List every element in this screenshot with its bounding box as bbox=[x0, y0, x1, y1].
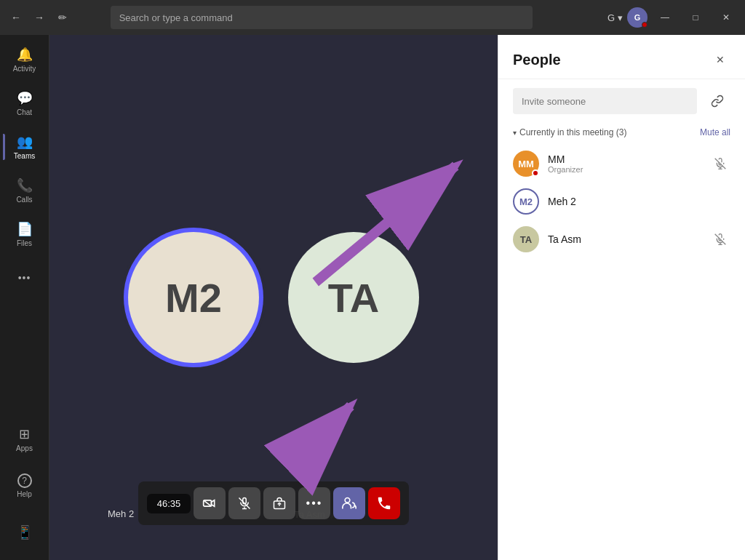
files-icon: 📄 bbox=[17, 221, 33, 237]
section-header: Currently in this meeting (3) Mute all bbox=[498, 123, 745, 142]
mute-button-mm[interactable] bbox=[710, 153, 730, 174]
title-bar: ← → ✏ Search or type a command G ▾ G — □… bbox=[0, 0, 745, 35]
mute-button-ta[interactable] bbox=[710, 229, 730, 249]
apps-icon: ⊞ bbox=[19, 426, 30, 442]
sidebar-label-teams: Teams bbox=[14, 152, 35, 160]
sidebar: 🔔 Activity 💬 Chat 👥 Teams 📞 Calls 📄 File… bbox=[0, 35, 49, 560]
copy-link-button[interactable] bbox=[704, 88, 730, 114]
person-avatar-mm: MM bbox=[513, 151, 539, 177]
person-avatar-m2-panel: M2 bbox=[513, 188, 539, 215]
help-icon: ? bbox=[17, 473, 32, 488]
section-label: Currently in this meeting (3) bbox=[513, 127, 626, 137]
mute-all-button[interactable]: Mute all bbox=[700, 127, 730, 137]
person-role-mm: Organizer bbox=[548, 165, 701, 174]
participant-avatar-m2: M2 bbox=[128, 232, 259, 363]
bottom-name-m2: Meh 2 bbox=[108, 508, 134, 520]
avatar[interactable]: G bbox=[627, 7, 648, 28]
invite-row bbox=[498, 79, 745, 123]
calls-icon: 📞 bbox=[17, 177, 33, 193]
minimize-button[interactable]: — bbox=[652, 4, 678, 31]
sidebar-item-chat[interactable]: 💬 Chat bbox=[3, 81, 47, 125]
sidebar-item-more[interactable]: ••• bbox=[3, 256, 47, 300]
person-info-m2: Meh 2 bbox=[548, 196, 730, 207]
user-initial: G bbox=[607, 12, 615, 23]
meeting-area: M2 TA Meh 2 Ta Asm 🎤 ••• 46:35 bbox=[49, 35, 498, 560]
call-timer: 46:35 bbox=[147, 494, 191, 513]
svg-line-1 bbox=[204, 500, 212, 506]
panel-title: People bbox=[513, 52, 561, 68]
activity-icon: 🔔 bbox=[17, 47, 33, 63]
sidebar-label-apps: Apps bbox=[16, 444, 33, 452]
search-placeholder: Search or type a command bbox=[119, 12, 233, 23]
person-row-mm[interactable]: MM MM Organizer bbox=[498, 145, 745, 183]
chat-icon: 💬 bbox=[17, 90, 33, 106]
person-info-ta: Ta Asm bbox=[548, 233, 701, 245]
status-dot bbox=[642, 22, 648, 28]
end-call-button[interactable] bbox=[368, 487, 400, 519]
sidebar-item-teams[interactable]: 👥 Teams bbox=[3, 125, 47, 169]
people-button[interactable] bbox=[333, 487, 365, 519]
sidebar-item-activity[interactable]: 🔔 Activity bbox=[3, 38, 47, 81]
more-icon: ••• bbox=[18, 272, 31, 284]
invite-input[interactable] bbox=[513, 88, 697, 114]
sidebar-item-files[interactable]: 📄 Files bbox=[3, 212, 47, 256]
sidebar-item-apps[interactable]: ⊞ Apps bbox=[3, 417, 47, 461]
panel-close-button[interactable]: ✕ bbox=[710, 49, 730, 70]
participant-tile-ta: TA bbox=[288, 232, 419, 363]
sidebar-item-device[interactable]: 📱 bbox=[3, 511, 47, 554]
status-dot-mm bbox=[532, 169, 539, 177]
call-controls: 46:35 bbox=[138, 481, 409, 525]
mic-button[interactable] bbox=[228, 487, 260, 519]
sidebar-bottom: ⊞ Apps ? Help 📱 bbox=[3, 417, 47, 560]
user-badge[interactable]: G ▾ bbox=[607, 12, 623, 23]
camera-button[interactable] bbox=[194, 487, 226, 519]
compose-button[interactable]: ✏ bbox=[52, 7, 73, 28]
back-button[interactable]: ← bbox=[6, 7, 26, 28]
people-list: MM MM Organizer bbox=[498, 142, 745, 560]
close-button[interactable]: ✕ bbox=[713, 4, 739, 31]
chevron-down-icon: ▾ bbox=[618, 12, 623, 23]
panel-header: People ✕ bbox=[498, 35, 745, 79]
search-bar[interactable]: Search or type a command bbox=[111, 6, 533, 29]
people-panel: People ✕ Currently in this meeting (3) M… bbox=[498, 35, 745, 560]
nav-buttons: ← → ✏ bbox=[6, 7, 73, 28]
person-name-m2: Meh 2 bbox=[548, 196, 730, 207]
person-name-mm: MM bbox=[548, 153, 701, 165]
person-info-mm: MM Organizer bbox=[548, 153, 701, 174]
person-name-ta: Ta Asm bbox=[548, 233, 701, 245]
sidebar-item-calls[interactable]: 📞 Calls bbox=[3, 169, 47, 212]
more-button[interactable]: ••• bbox=[298, 487, 330, 519]
person-row-ta[interactable]: TA Ta Asm bbox=[498, 220, 745, 258]
sidebar-label-calls: Calls bbox=[16, 196, 32, 204]
svg-point-10 bbox=[345, 498, 350, 503]
person-row-m2[interactable]: M2 Meh 2 bbox=[498, 183, 745, 220]
share-button[interactable] bbox=[263, 487, 295, 519]
teams-icon: 👥 bbox=[17, 134, 33, 150]
sidebar-label-chat: Chat bbox=[17, 108, 32, 116]
participant-avatar-ta: TA bbox=[288, 232, 419, 363]
sidebar-label-help: Help bbox=[17, 490, 32, 498]
title-bar-right: G ▾ G — □ ✕ bbox=[607, 4, 739, 31]
sidebar-label-activity: Activity bbox=[13, 65, 36, 73]
participant-tile-m2: M2 bbox=[128, 232, 259, 363]
forward-button[interactable]: → bbox=[29, 7, 49, 28]
person-avatar-ta-panel: TA bbox=[513, 226, 539, 252]
device-icon: 📱 bbox=[17, 524, 33, 540]
sidebar-item-help[interactable]: ? Help bbox=[3, 464, 47, 508]
sidebar-label-files: Files bbox=[17, 239, 32, 247]
main-layout: 🔔 Activity 💬 Chat 👥 Teams 📞 Calls 📄 File… bbox=[0, 35, 745, 560]
maximize-button[interactable]: □ bbox=[682, 4, 709, 31]
